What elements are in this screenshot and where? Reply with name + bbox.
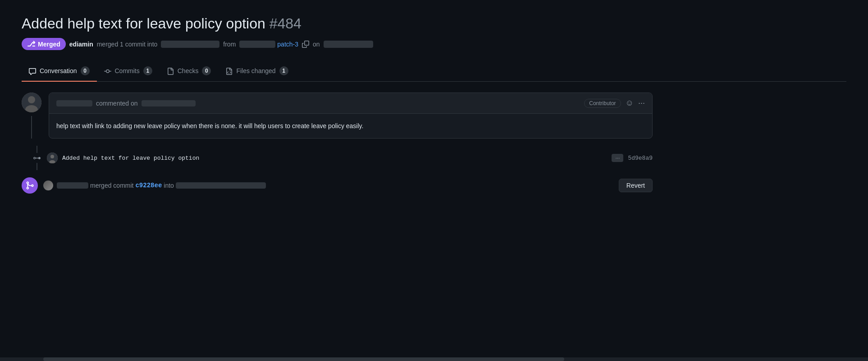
merge-into-label: into bbox=[164, 182, 174, 189]
from-label: from bbox=[223, 41, 236, 48]
merge-event-row: merged commit c9228ee into Revert bbox=[22, 170, 653, 201]
comment-header: commented on Contributor ☺ ··· bbox=[49, 93, 652, 114]
conversation-icon bbox=[29, 67, 36, 75]
tab-conversation-count: 0 bbox=[81, 66, 90, 75]
comment-body-text: help text with link to adding new leave … bbox=[56, 121, 645, 131]
tab-checks[interactable]: Checks 0 bbox=[160, 61, 219, 82]
tab-commits[interactable]: Commits 1 bbox=[97, 61, 160, 82]
emoji-reaction-button[interactable]: ☺ bbox=[626, 98, 634, 108]
more-options-button[interactable]: ··· bbox=[638, 98, 645, 108]
svg-point-1 bbox=[28, 96, 35, 103]
merge-avatar-img bbox=[43, 180, 53, 190]
source-branch-label[interactable]: patch-3 bbox=[277, 41, 298, 48]
merge-action-text: merged commit bbox=[90, 182, 133, 189]
page-container: Added help text for leave policy option … bbox=[0, 0, 868, 222]
commit-avatar bbox=[47, 153, 58, 163]
pr-title-text: Added help text for leave policy option bbox=[22, 15, 265, 32]
pr-title: Added help text for leave policy option … bbox=[22, 14, 846, 32]
tabs-bar: Conversation 0 Commits 1 Checks 0 bbox=[22, 61, 846, 82]
commented-on-text: commented on bbox=[96, 100, 138, 107]
checks-icon bbox=[167, 67, 174, 75]
tab-files-changed[interactable]: Files changed 1 bbox=[218, 61, 295, 82]
source-branch-wrapper: patch-3 bbox=[239, 41, 298, 48]
tab-conversation[interactable]: Conversation 0 bbox=[22, 61, 97, 82]
on-label: on bbox=[313, 41, 320, 48]
revert-button[interactable]: Revert bbox=[619, 179, 653, 192]
merge-commit-hash[interactable]: c9228ee bbox=[135, 182, 162, 189]
scrollbar-track bbox=[0, 357, 868, 361]
merged-badge: ⎇ Merged bbox=[22, 38, 66, 50]
commit-timeline-col: ⊶ bbox=[27, 146, 47, 170]
comment-avatar-col bbox=[22, 93, 41, 139]
source-branch-prefix-redacted bbox=[239, 41, 275, 48]
commit-graph-icon: ⊶ bbox=[33, 153, 41, 163]
tab-files-changed-label: Files changed bbox=[236, 67, 275, 74]
avatar-image bbox=[22, 93, 41, 112]
merge-author-redacted bbox=[57, 182, 88, 189]
pr-action-text: merged 1 commit into bbox=[97, 41, 158, 48]
comment-thread: commented on Contributor ☺ ··· help text… bbox=[22, 93, 653, 139]
timeline-line bbox=[31, 116, 32, 139]
comment-card: commented on Contributor ☺ ··· help text… bbox=[49, 93, 653, 139]
copy-icon[interactable] bbox=[302, 40, 309, 48]
date-redacted bbox=[324, 41, 373, 48]
svg-point-4 bbox=[50, 155, 54, 158]
commit-row-wrapper: ⊶ Added help text for leave policy optio… bbox=[22, 146, 653, 170]
comment-meta: commented on bbox=[56, 100, 196, 107]
commit-hash[interactable]: 5d9e8a9 bbox=[628, 155, 653, 162]
commenter-avatar[interactable] bbox=[22, 93, 41, 112]
tab-checks-label: Checks bbox=[178, 67, 199, 74]
commit-content: Added help text for leave policy option … bbox=[47, 151, 653, 165]
pr-number: #484 bbox=[270, 15, 302, 32]
comment-date-redacted bbox=[142, 100, 196, 106]
files-changed-icon bbox=[225, 67, 233, 75]
pr-author[interactable]: ediamin bbox=[69, 41, 93, 48]
merge-icon-circle bbox=[22, 177, 38, 194]
merge-author-avatar bbox=[43, 180, 55, 190]
contributor-badge: Contributor bbox=[584, 99, 621, 108]
tab-checks-count: 0 bbox=[202, 66, 211, 75]
comment-actions: Contributor ☺ ··· bbox=[584, 98, 645, 108]
commit-message[interactable]: Added help text for leave policy option bbox=[62, 155, 607, 162]
comment-body: help text with link to adding new leave … bbox=[49, 114, 652, 138]
tab-commits-label: Commits bbox=[115, 67, 140, 74]
merge-icon: ⎇ bbox=[27, 40, 35, 48]
merge-branch-redacted bbox=[176, 182, 266, 189]
tab-commits-count: 1 bbox=[143, 66, 152, 75]
comment-author-redacted bbox=[56, 100, 92, 106]
scrollbar-thumb[interactable] bbox=[43, 357, 564, 361]
merged-badge-label: Merged bbox=[38, 41, 60, 48]
commits-icon bbox=[104, 67, 111, 75]
tab-files-changed-count: 1 bbox=[279, 66, 288, 75]
timeline-line-bottom bbox=[37, 163, 37, 170]
commit-ellipsis-btn[interactable]: ··· bbox=[612, 154, 623, 162]
tab-conversation-label: Conversation bbox=[40, 67, 77, 74]
pr-subtitle: ⎇ Merged ediamin merged 1 commit into fr… bbox=[22, 38, 846, 50]
target-branch-redacted bbox=[161, 41, 219, 48]
merge-meta: merged commit c9228ee into bbox=[43, 180, 613, 190]
timeline-line-top bbox=[37, 146, 37, 153]
